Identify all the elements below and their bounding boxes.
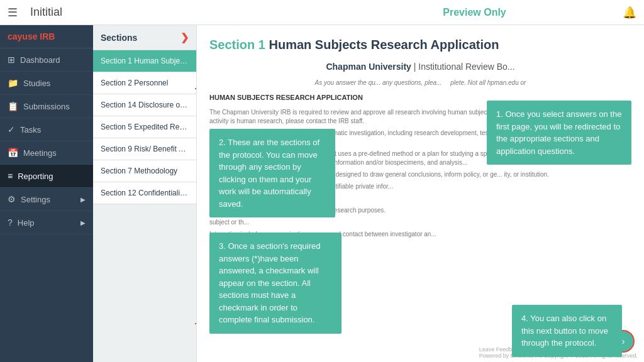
sidebar-label-submissions: Submissions: [23, 102, 70, 111]
tooltip-box-2: 2. These are the sections of the protoco…: [209, 129, 335, 217]
sidebar-label-studies: Studies: [23, 79, 50, 88]
sidebar-item-studies[interactable]: 📁 Studies: [0, 72, 93, 95]
section-item-14[interactable]: Section 14 Disclosure of Fi...: [93, 94, 196, 116]
sections-header: Sections ❯: [93, 25, 196, 50]
sections-close-icon[interactable]: ❯: [180, 31, 189, 43]
section-title-text: Human Subjects Research Application: [269, 38, 499, 52]
preview-label: Preview Only: [326, 7, 623, 18]
sidebar-item-dashboard[interactable]: ⊞ Dashboard: [0, 48, 93, 72]
section-item-1[interactable]: Section 1 Human Subjects ...: [93, 50, 196, 72]
sidebar-item-submissions[interactable]: 📋 Submissions: [0, 95, 93, 118]
studies-icon: 📁: [8, 78, 18, 88]
sidebar-item-help[interactable]: ? Help ▶: [0, 211, 93, 234]
help-icon: ?: [8, 217, 13, 228]
sidebar: cayuse IRB ⊞ Dashboard 📁 Studies 📋 Submi…: [0, 25, 93, 362]
section-item-5[interactable]: Section 5 Expedited Review: [93, 116, 196, 138]
tooltip-box-4: 4. You can also click on this next butto…: [512, 305, 622, 357]
help-arrow-icon: ▶: [80, 219, 86, 226]
dashboard-icon: ⊞: [8, 55, 15, 65]
tooltip-box-3: 3. Once a section's required answers (*)…: [209, 233, 341, 334]
sidebar-item-tasks[interactable]: ✓ Tasks: [0, 118, 93, 141]
section-item-2[interactable]: Section 2 Personnel: [93, 72, 196, 94]
main-content: Section 1 Human Subjects Research Applic…: [197, 25, 644, 362]
section-heading: Section 1 Human Subjects Research Applic…: [209, 38, 631, 52]
tasks-icon: ✓: [8, 124, 15, 134]
section-item-7[interactable]: Section 7 Methodology: [93, 160, 196, 182]
sidebar-item-meetings[interactable]: 📅 Meetings: [0, 141, 93, 165]
sidebar-label-meetings: Meetings: [23, 148, 57, 158]
page-title: Inititial: [30, 6, 326, 19]
irb-paragraph-6b: subject or th...: [209, 218, 631, 227]
sidebar-label-reporting: Reporting: [18, 172, 53, 181]
sidebar-label-tasks: Tasks: [20, 125, 41, 134]
sidebar-label-help: Help: [18, 218, 35, 228]
topbar: ☰ Inititial Preview Only 🔔: [0, 0, 644, 25]
sections-title: Sections: [101, 33, 137, 43]
irb-intro-note: As you answer the qu... any questions, p…: [209, 78, 631, 87]
section-title-bold: Section 1: [209, 38, 265, 52]
section-item-9[interactable]: Section 9 Risk/ Benefit Ana...: [93, 138, 196, 160]
university-header: Chapman University | Institutional Revie…: [209, 62, 631, 72]
settings-icon: ⚙: [8, 194, 16, 204]
sidebar-label-dashboard: Dashboard: [20, 55, 60, 65]
sections-panel: Sections ❯ Section 1 Human Subjects ... …: [93, 25, 197, 362]
meetings-icon: 📅: [8, 148, 18, 158]
app-logo: cayuse IRB: [0, 25, 93, 48]
sidebar-label-settings: Settings: [21, 195, 50, 204]
reporting-icon: ≡: [8, 171, 13, 181]
sidebar-item-reporting[interactable]: ≡ Reporting: [0, 165, 93, 188]
main-layout: cayuse IRB ⊞ Dashboard 📁 Studies 📋 Submi…: [0, 25, 644, 362]
hamburger-icon[interactable]: ☰: [8, 6, 18, 19]
submissions-icon: 📋: [8, 101, 18, 111]
settings-arrow-icon: ▶: [80, 196, 86, 203]
bell-icon[interactable]: 🔔: [623, 6, 636, 19]
sidebar-item-settings[interactable]: ⚙ Settings ▶: [0, 188, 93, 211]
tooltip-box-1: 1. Once you select answers on the first …: [487, 101, 631, 165]
section-item-12[interactable]: Section 12 Confidentiality ...: [93, 182, 196, 204]
